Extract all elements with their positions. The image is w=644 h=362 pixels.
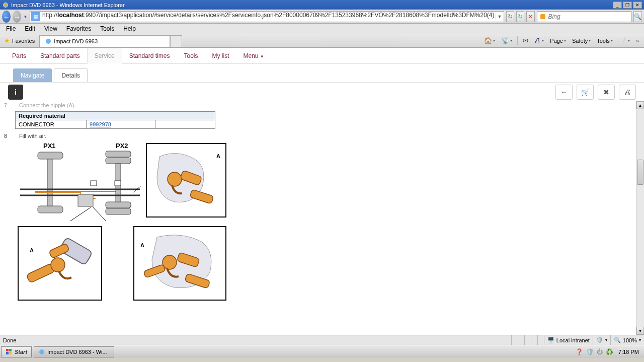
scroll-thumb[interactable] (637, 160, 643, 185)
history-dropdown[interactable]: ▼ (23, 15, 28, 19)
step-text: Fill with air. (19, 133, 46, 139)
diagram-label-a: A (140, 242, 144, 248)
protected-mode[interactable]: 🛡️▾ (593, 335, 610, 345)
status-cell (524, 335, 531, 345)
menu-edit[interactable]: Edit (21, 24, 39, 33)
overflow-chevron[interactable]: » (634, 38, 641, 44)
window-titlebar: Impact DVD 6963 - Windows Internet Explo… (0, 0, 644, 10)
compat-button[interactable]: ↻ (516, 11, 524, 22)
tab-title: Impact DVD 6963 (54, 38, 98, 44)
tray-icon[interactable]: ♻️ (606, 348, 613, 355)
go-button[interactable]: ↻ (506, 11, 514, 22)
status-cell (518, 335, 524, 345)
menu-help[interactable]: Help (119, 24, 140, 33)
status-bar: Done 🖥️ Local intranet 🛡️▾ 🔍 100% ▾ (0, 335, 644, 345)
app-tab-my-list[interactable]: My list (205, 48, 236, 63)
app-tab-service[interactable]: Service (87, 48, 122, 64)
tab-favicon (45, 38, 52, 45)
material-name: CONNECTOR (16, 120, 87, 129)
content-area: 7 Connect the nipple (A). Required mater… (0, 101, 636, 335)
safety-menu[interactable]: Safety▾ (570, 35, 593, 46)
nav-toolbar: ← → ▼ ▦ http://localhost:9907/impact3/ap… (0, 10, 644, 24)
page-menu[interactable]: Page▾ (548, 35, 568, 46)
chassis-schematic (15, 148, 141, 221)
page-icon: ▦ (31, 12, 40, 21)
svg-point-2 (46, 39, 51, 44)
app-tab-menu[interactable]: Menu ▼ (236, 48, 271, 63)
app-tab-parts[interactable]: Parts (5, 48, 33, 63)
scroll-track[interactable] (636, 109, 644, 327)
menu-view[interactable]: View (40, 24, 61, 33)
scroll-down-button[interactable]: ▼ (636, 327, 644, 335)
svg-rect-33 (9, 352, 12, 354)
feeds-button[interactable]: 📡▾ (499, 35, 514, 46)
tools-menu[interactable]: Tools▾ (595, 35, 615, 46)
svg-rect-5 (47, 159, 52, 206)
new-tab-button[interactable] (170, 35, 182, 47)
scroll-up-button[interactable]: ▲ (636, 101, 644, 109)
menu-file[interactable]: File (2, 24, 20, 33)
read-mail-button[interactable]: ✉ (521, 35, 530, 46)
tray-icon[interactable]: 🛡️ (586, 348, 594, 355)
menu-favorites[interactable]: Favorites (62, 24, 95, 33)
step-7: 7 Connect the nipple (A). (0, 101, 636, 109)
restore-button[interactable]: ❐ (623, 2, 632, 9)
address-dropdown[interactable]: ▼ (496, 14, 504, 19)
zoom-control[interactable]: 🔍 100% ▾ (610, 335, 644, 345)
material-link[interactable]: 9992978 (90, 121, 111, 127)
wrench-icon: ✖ (603, 88, 609, 96)
search-box (537, 11, 631, 22)
print-button[interactable]: 🖨▾ (532, 35, 546, 46)
app-tabs: Parts Standard parts Service Standard ti… (0, 48, 644, 64)
svg-rect-4 (38, 206, 63, 213)
tray-icon[interactable]: ⏻ (597, 348, 603, 355)
cart-icon: 🛒 (581, 88, 590, 96)
chevron-down-icon: ▼ (260, 54, 264, 59)
app-tab-standard-times[interactable]: Standard times (122, 48, 177, 63)
svg-point-0 (4, 3, 8, 7)
tb-back-button[interactable]: ← (555, 85, 573, 100)
status-zone[interactable]: 🖥️ Local intranet (544, 335, 593, 345)
separator (517, 36, 518, 45)
content-toolbar: i ← 🛒 ✖ 🖨 (0, 82, 644, 101)
back-button[interactable]: ← (2, 11, 11, 23)
windows-flag-icon (6, 348, 13, 355)
minimize-button[interactable]: _ (613, 2, 622, 9)
table-header: Required material (16, 112, 215, 120)
stop-button[interactable]: ✕ (526, 11, 534, 22)
app-tab-standard-parts[interactable]: Standard parts (33, 48, 87, 63)
tray-icon[interactable]: ❓ (576, 348, 583, 355)
browser-tab[interactable]: Impact DVD 6963 (39, 35, 170, 47)
forward-button[interactable]: → (13, 11, 21, 23)
info-button[interactable]: i (8, 85, 23, 100)
help-button[interactable]: ❔▾ (617, 35, 632, 46)
close-button[interactable]: ✕ (633, 2, 642, 9)
svg-rect-14 (91, 181, 97, 186)
menu-bar: File Edit View Favorites Tools Help (0, 24, 644, 34)
menu-tools[interactable]: Tools (96, 24, 118, 33)
mail-icon: ✉ (523, 37, 528, 44)
tb-tools-button[interactable]: ✖ (598, 85, 615, 100)
svg-rect-32 (6, 352, 9, 354)
vertical-scrollbar[interactable]: ▲ ▼ (636, 101, 644, 335)
svg-rect-15 (115, 181, 121, 186)
app-tab-tools[interactable]: Tools (177, 48, 205, 63)
search-button[interactable]: 🔍 (633, 11, 642, 22)
technical-diagram: PX1 PX2 (15, 143, 231, 304)
home-button[interactable]: 🏠▾ (482, 35, 497, 46)
required-material-table: Required material CONNECTOR 9992978 (15, 111, 215, 129)
subtab-navigate[interactable]: Navigate (13, 68, 52, 82)
subtab-details[interactable]: Details (54, 68, 88, 82)
taskbar-item-ie[interactable]: Impact DVD 6963 - Wi... (34, 346, 114, 357)
printer-icon: 🖨 (534, 37, 541, 44)
search-input[interactable] (548, 13, 631, 20)
clock[interactable]: 7:18 PM (616, 349, 641, 355)
svg-rect-13 (78, 194, 93, 206)
address-input[interactable]: http://localhost:9907/impact3/applicatio… (41, 12, 496, 22)
tb-cart-button[interactable]: 🛒 (577, 85, 594, 100)
tb-print-button[interactable]: 🖨 (619, 85, 636, 100)
start-button[interactable]: Start (1, 346, 32, 357)
diagram-panel-upper-right: A (146, 143, 226, 218)
favorites-button[interactable]: ★ Favorites (0, 34, 39, 47)
diagram-label-a: A (216, 153, 220, 159)
